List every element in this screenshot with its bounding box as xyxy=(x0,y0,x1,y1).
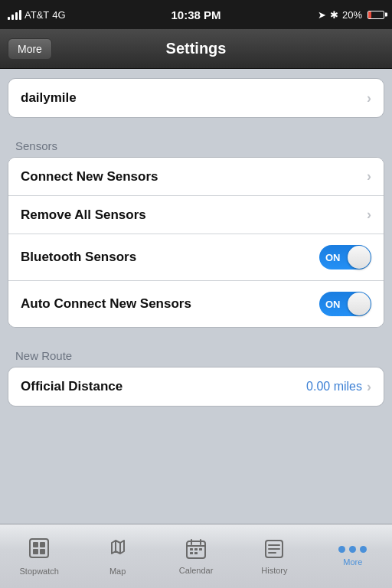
status-bar: AT&T 4G 10:38 PM ➤ ✱ 20% xyxy=(0,0,392,29)
navigation-icon: ➤ xyxy=(318,9,326,21)
svg-rect-11 xyxy=(190,548,193,550)
network-type-label: 4G xyxy=(52,9,65,21)
svg-rect-13 xyxy=(199,548,202,550)
connect-new-sensors-label: Connect New Sensors xyxy=(21,169,158,185)
tab-more[interactable]: More xyxy=(314,524,392,588)
svg-rect-3 xyxy=(33,549,38,554)
history-icon xyxy=(263,538,285,563)
official-distance-label: Official Distance xyxy=(21,379,122,394)
signal-bars-icon xyxy=(8,9,21,20)
auto-connect-sensors-label: Auto Connect New Sensors xyxy=(21,296,191,312)
settings-content: dailymile › Sensors Connect New Sensors … xyxy=(0,69,392,524)
chevron-icon: › xyxy=(367,168,371,185)
official-distance-value: 0.00 miles xyxy=(306,380,362,394)
new-route-group: Official Distance 0.00 miles › xyxy=(8,367,384,407)
status-right: ➤ ✱ 20% xyxy=(318,9,384,21)
toggle-knob xyxy=(348,246,371,269)
sensors-group: Connect New Sensors › Remove All Sensors… xyxy=(8,157,384,328)
toggle-knob xyxy=(348,292,371,315)
svg-rect-0 xyxy=(30,539,48,557)
auto-connect-sensors-toggle[interactable]: ON xyxy=(319,292,371,316)
calendar-tab-label: Calendar xyxy=(179,566,214,575)
more-dots-icon xyxy=(338,546,367,553)
svg-rect-1 xyxy=(33,542,38,547)
chevron-icon: › xyxy=(367,90,371,106)
connect-new-sensors-row[interactable]: Connect New Sensors › xyxy=(8,158,384,196)
tab-stopwatch[interactable]: Stopwatch xyxy=(0,524,78,588)
toggle-on-label: ON xyxy=(325,252,341,263)
more-nav-button[interactable]: More xyxy=(8,38,52,60)
svg-rect-14 xyxy=(190,552,193,554)
bluetooth-sensors-label: Bluetooth Sensors xyxy=(21,250,136,265)
page-title: Settings xyxy=(166,40,227,57)
map-icon xyxy=(107,537,129,564)
stopwatch-icon xyxy=(28,537,50,564)
tab-calendar[interactable]: Calendar xyxy=(157,524,235,588)
remove-all-sensors-label: Remove All Sensors xyxy=(21,207,146,223)
bluetooth-icon: ✱ xyxy=(330,9,338,21)
remove-all-sensors-row[interactable]: Remove All Sensors › xyxy=(8,196,384,234)
tab-bar: Stopwatch Map Ca xyxy=(0,524,392,588)
carrier-label: AT&T xyxy=(24,9,49,21)
toggle-on-label: ON xyxy=(325,299,341,310)
bluetooth-sensors-row: Bluetooth Sensors ON xyxy=(8,234,384,281)
map-tab-label: Map xyxy=(109,567,126,576)
tab-map[interactable]: Map xyxy=(78,524,156,588)
nav-bar: More Settings xyxy=(0,29,392,69)
battery-icon xyxy=(368,11,384,19)
time-label: 10:38 PM xyxy=(171,8,220,21)
dailymile-label: dailymile xyxy=(21,90,77,106)
svg-rect-12 xyxy=(194,548,198,550)
svg-rect-15 xyxy=(194,552,198,554)
bluetooth-sensors-toggle[interactable]: ON xyxy=(319,245,371,270)
status-left: AT&T 4G xyxy=(8,9,66,21)
official-distance-row[interactable]: Official Distance 0.00 miles › xyxy=(8,368,384,406)
sensors-section-label: Sensors xyxy=(8,133,384,157)
tab-history[interactable]: History xyxy=(235,524,313,588)
dailymile-group: dailymile › xyxy=(8,78,384,118)
auto-connect-sensors-row: Auto Connect New Sensors ON xyxy=(8,281,384,327)
calendar-icon xyxy=(185,538,207,563)
chevron-icon: › xyxy=(367,379,371,395)
battery-percent-label: 20% xyxy=(342,9,362,21)
history-tab-label: History xyxy=(261,566,287,575)
chevron-icon: › xyxy=(367,207,371,223)
new-route-section-label: New Route xyxy=(8,343,384,367)
svg-rect-2 xyxy=(40,542,45,547)
more-tab-label: More xyxy=(343,557,362,567)
stopwatch-tab-label: Stopwatch xyxy=(20,567,59,576)
svg-rect-4 xyxy=(40,549,45,554)
dailymile-row[interactable]: dailymile › xyxy=(8,79,384,117)
